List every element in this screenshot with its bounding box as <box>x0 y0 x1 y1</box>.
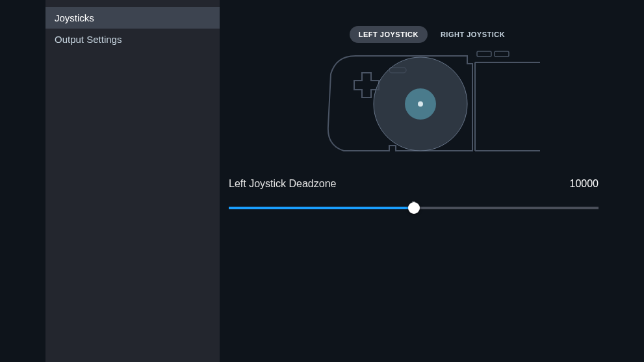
sidebar: Joysticks Output Settings <box>45 0 220 362</box>
slider-header: Left Joystick Deadzone 10000 <box>229 178 599 190</box>
svg-rect-2 <box>495 51 509 57</box>
slider-value: 10000 <box>570 178 599 190</box>
steam-deck-icon <box>324 48 540 159</box>
device-diagram-container <box>220 48 644 159</box>
svg-point-5 <box>418 101 423 107</box>
sidebar-item-joysticks[interactable]: Joysticks <box>45 7 220 29</box>
joystick-tabs: LEFT JOYSTICK RIGHT JOYSTICK <box>220 26 644 43</box>
tab-right-joystick[interactable]: RIGHT JOYSTICK <box>431 26 514 43</box>
app-root: Joysticks Output Settings LEFT JOYSTICK … <box>0 0 644 362</box>
deadzone-slider[interactable]: ▾ <box>229 200 599 216</box>
slider-thumb[interactable] <box>408 202 420 214</box>
slider-fill <box>229 207 414 209</box>
device-diagram <box>324 48 540 159</box>
main-panel: LEFT JOYSTICK RIGHT JOYSTICK <box>220 0 644 362</box>
tab-left-joystick[interactable]: LEFT JOYSTICK <box>350 26 428 43</box>
deadzone-slider-section: Left Joystick Deadzone 10000 ▾ <box>229 178 599 216</box>
sidebar-item-output-settings[interactable]: Output Settings <box>45 29 220 50</box>
slider-label: Left Joystick Deadzone <box>229 178 336 190</box>
svg-rect-1 <box>477 51 491 57</box>
